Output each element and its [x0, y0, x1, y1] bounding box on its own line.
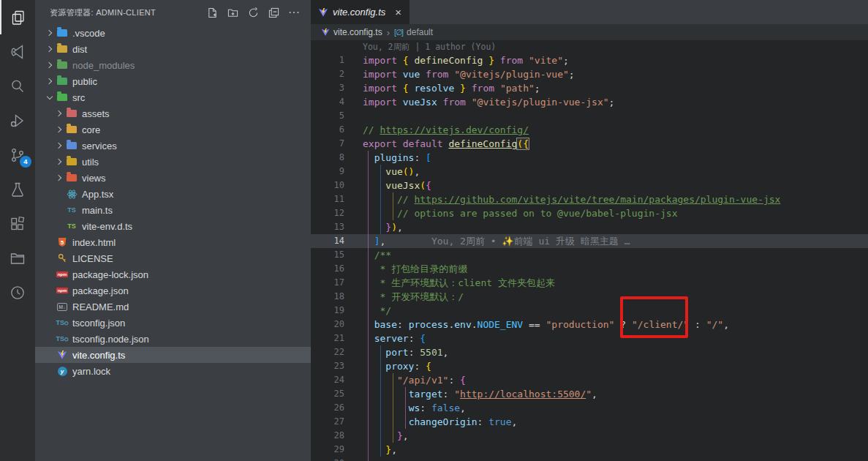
tree-folder-services[interactable]: services [35, 138, 311, 154]
chevron-spacer [44, 365, 56, 377]
chevron-right-icon[interactable] [53, 172, 65, 184]
vite-file-icon [56, 349, 69, 361]
code-line-13[interactable]: 13 }), [311, 220, 868, 234]
code-line-27[interactable]: 27 changeOrigin: true, [311, 415, 868, 429]
code-line-22[interactable]: 22 port: 5501, [311, 345, 868, 359]
breadcrumb-file[interactable]: vite.config.ts [333, 27, 382, 37]
tree-file-yarn-lock[interactable]: yyarn.lock [35, 363, 311, 379]
collapse-all-icon[interactable] [267, 6, 280, 19]
tree-file-app-tsx[interactable]: App.tsx [35, 186, 311, 202]
tree-file-package-json[interactable]: npmpackage.json [35, 282, 311, 299]
code-line-20[interactable]: 20 base: process.env.NODE_ENV == "produc… [311, 318, 868, 331]
code-line-5[interactable]: 5 [311, 109, 868, 123]
run-debug-icon[interactable] [0, 103, 35, 138]
code-line-15[interactable]: 15 /** [311, 248, 868, 262]
code-line-21[interactable]: 21 server: { [311, 331, 868, 345]
vscode-window: 4 资源管理器: ADMIN-CLIENT [0, 0, 868, 461]
code-line-9[interactable]: 9 vue(), [311, 165, 868, 179]
tree-folder-utils[interactable]: utils [35, 154, 311, 170]
code-line-4[interactable]: 4import vueJsx from "@vitejs/plugin-vue-… [311, 95, 868, 109]
code-line-7[interactable]: 7export default defineConfig({ [311, 137, 868, 151]
tree-folder-dist[interactable]: dist [35, 41, 311, 57]
code-line-10[interactable]: 10 vueJsx({ [311, 179, 868, 192]
search-icon[interactable] [0, 69, 35, 103]
code-line-6[interactable]: 6// https://vitejs.dev/config/ [311, 123, 868, 137]
code-line-30[interactable]: 30 [311, 457, 868, 461]
tree-item-label: index.html [72, 237, 116, 248]
code-line-24[interactable]: 24 "/api/v1": { [311, 373, 868, 387]
vs-bowtie-icon[interactable] [0, 34, 35, 69]
code-line-29[interactable]: 29 }, [311, 443, 868, 457]
tree-file-index-html[interactable]: 5index.html [35, 234, 311, 250]
extensions-icon[interactable] [0, 206, 35, 241]
tree-file-vite-env-d-ts[interactable]: TSvite-env.d.ts [35, 218, 311, 234]
chevron-down-icon[interactable] [44, 91, 56, 103]
test-flask-icon[interactable] [0, 172, 35, 206]
tree-file-license[interactable]: LICENSE [35, 250, 311, 266]
refresh-icon[interactable] [246, 6, 260, 19]
line-content: * 生产环境默认：client 文件夹包起来 [363, 276, 868, 290]
tree-file-package-lock-json[interactable]: npmpackage-lock.json [35, 266, 311, 282]
chevron-right-icon[interactable] [44, 75, 56, 87]
chevron-right-icon[interactable] [44, 59, 56, 71]
tree-file-tsconfig-node-json[interactable]: TS⛭tsconfig.node.json [35, 331, 311, 347]
gitlens-icon[interactable] [0, 275, 35, 310]
line-number: 30 [311, 457, 363, 461]
tree-folder--vscode[interactable]: .vscode [35, 25, 311, 41]
chevron-right-icon[interactable] [53, 124, 65, 135]
tree-folder-assets[interactable]: assets [35, 105, 311, 121]
code-line-26[interactable]: 26 ws: false, [311, 401, 868, 415]
tree-item-label: tsconfig.node.json [72, 334, 149, 345]
code-line-28[interactable]: 28 }, [311, 429, 868, 443]
chevron-spacer [44, 317, 56, 329]
tree-folder-public[interactable]: public [35, 73, 311, 89]
chevron-spacer [53, 188, 65, 200]
line-number: 4 [311, 95, 363, 109]
code-line-23[interactable]: 23 proxy: { [311, 359, 868, 373]
explorer-sidebar: 资源管理器: ADMIN-CLIENT ··· .vscodedistnode_… [35, 0, 311, 461]
tree-file-main-ts[interactable]: TSmain.ts [35, 202, 311, 218]
code-line-1[interactable]: 1import { defineConfig } from "vite"; [311, 53, 868, 67]
code-line-3[interactable]: 3import { resolve } from "path"; [311, 81, 868, 95]
chevron-right-icon[interactable] [53, 140, 65, 151]
tab-vite-config[interactable]: vite.config.ts × [311, 0, 410, 24]
line-content: ], You, 2周前 • ✨前端 ui 升级 暗黑主题 … [363, 234, 868, 248]
close-icon[interactable]: × [393, 6, 404, 18]
tree-folder-src[interactable]: src [35, 89, 311, 105]
file-tree: .vscodedistnode_modulespublicsrcassetsco… [35, 25, 311, 461]
tree-file-readme-md[interactable]: M↓README.md [35, 299, 311, 315]
new-file-icon[interactable] [205, 6, 219, 19]
breadcrumb-symbol[interactable]: default [407, 27, 433, 37]
code-line-16[interactable]: 16 * 打包给目录的前缀 [311, 262, 868, 276]
chevron-right-icon[interactable] [53, 108, 65, 119]
code-line-12[interactable]: 12 // options are passed on to @vue/babe… [311, 206, 868, 220]
new-folder-icon[interactable] [226, 6, 239, 19]
code-line-19[interactable]: 19 */ [311, 304, 868, 318]
symbol-variable-icon: [∅] [394, 28, 403, 37]
tree-file-vite-config-ts[interactable]: vite.config.ts [35, 347, 311, 363]
more-actions-icon[interactable]: ··· [287, 6, 301, 19]
chevron-right-icon[interactable] [53, 156, 65, 168]
code-line-17[interactable]: 17 * 生产环境默认：client 文件夹包起来 [311, 276, 868, 290]
explorer-icon[interactable] [0, 0, 35, 34]
code-line-25[interactable]: 25 target: "http://localhost:5500/", [311, 387, 868, 401]
tree-folder-core[interactable]: core [35, 121, 311, 138]
source-control-icon[interactable]: 4 [0, 138, 35, 172]
code-line-8[interactable]: 8 plugins: [ [311, 151, 868, 165]
code-line-18[interactable]: 18 * 开发环境默认：/ [311, 290, 868, 304]
code-line-11[interactable]: 11 // https://github.com/vitejs/vite/tre… [311, 192, 868, 206]
tree-file-tsconfig-json[interactable]: TS⛭tsconfig.json [35, 315, 311, 331]
chevron-right-icon[interactable] [44, 27, 56, 39]
tree-folder-node-modules[interactable]: node_modules [35, 57, 311, 73]
markdown-file-icon: M↓ [56, 301, 69, 312]
tree-item-label: vite.config.ts [72, 350, 125, 361]
chevron-right-icon[interactable] [44, 43, 56, 55]
tree-folder-views[interactable]: views [35, 170, 311, 186]
code-line-2[interactable]: 2import vue from "@vitejs/plugin-vue"; [311, 67, 868, 81]
line-content: * 开发环境默认：/ [363, 290, 868, 304]
gitlens-codelens[interactable]: You, 2周前 | 1 author (You) [311, 40, 868, 53]
code-area[interactable]: You, 2周前 | 1 author (You) 1import { defi… [311, 40, 868, 461]
folder-icon[interactable] [0, 241, 35, 275]
npm-file-icon: npm [56, 285, 69, 296]
code-line-14[interactable]: 14 ], You, 2周前 • ✨前端 ui 升级 暗黑主题 … [311, 234, 868, 248]
